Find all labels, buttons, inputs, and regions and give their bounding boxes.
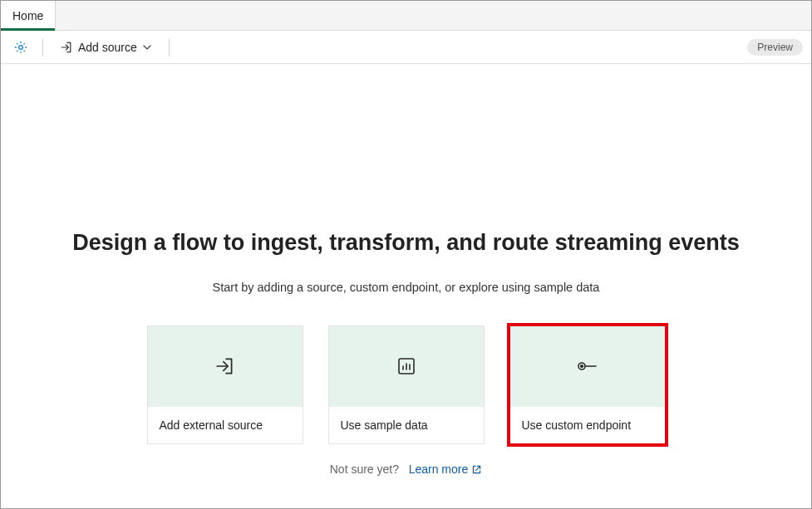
tab-bar: Home: [1, 1, 811, 31]
learn-more-link[interactable]: Learn more: [409, 463, 483, 476]
add-source-icon: [60, 41, 73, 54]
toolbar-divider-2: [169, 38, 170, 56]
svg-point-3: [580, 365, 583, 368]
page-headline: Design a flow to ingest, transform, and …: [1, 230, 811, 256]
card-add-external-source[interactable]: Add external source: [147, 325, 303, 444]
page-subtext: Start by adding a source, custom endpoin…: [1, 281, 811, 294]
card-label: Use custom endpoint: [510, 406, 665, 443]
settings-button[interactable]: [9, 36, 32, 59]
external-link-icon: [471, 464, 482, 475]
card-use-custom-endpoint[interactable]: Use custom endpoint: [509, 325, 666, 444]
learn-more-prefix: Not sure yet?: [330, 463, 399, 476]
chevron-down-icon: [142, 42, 152, 52]
add-source-icon: [214, 355, 236, 377]
card-icon-area: [148, 326, 303, 406]
card-label: Use sample data: [329, 406, 484, 443]
endpoint-icon: [577, 358, 598, 374]
gear-icon: [13, 40, 28, 55]
svg-point-0: [19, 45, 23, 49]
main-content: Design a flow to ingest, transform, and …: [1, 64, 811, 476]
toolbar: Add source Preview: [1, 31, 811, 64]
toolbar-divider: [42, 38, 43, 56]
add-source-label: Add source: [78, 41, 137, 54]
add-source-button[interactable]: Add source: [53, 37, 159, 57]
bar-chart-icon: [396, 356, 416, 376]
tab-home[interactable]: Home: [1, 1, 56, 30]
preview-badge-label: Preview: [757, 42, 793, 53]
preview-badge: Preview: [747, 39, 803, 56]
card-icon-area: [510, 326, 665, 406]
card-row: Add external source Use sample data: [1, 325, 811, 444]
learn-more-link-label: Learn more: [409, 463, 469, 476]
learn-more-row: Not sure yet? Learn more: [1, 463, 811, 476]
card-icon-area: [329, 326, 484, 406]
card-label: Add external source: [148, 406, 303, 443]
card-use-sample-data[interactable]: Use sample data: [328, 325, 485, 444]
tab-home-label: Home: [12, 9, 43, 22]
